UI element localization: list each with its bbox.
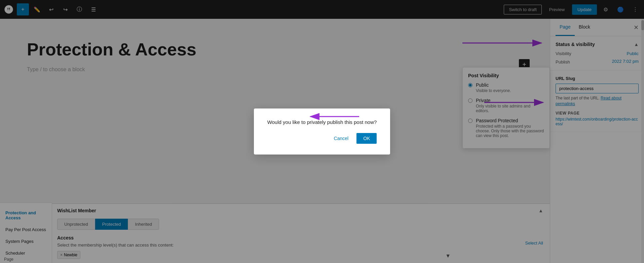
dialog-message: Would you like to privately publish this… — [267, 119, 377, 125]
dialog-box: Would you like to privately publish this… — [254, 108, 390, 155]
dialog-ok-button[interactable]: OK — [356, 133, 377, 144]
dialog-cancel-button[interactable]: Cancel — [330, 133, 353, 144]
dialog-actions: Cancel OK — [267, 133, 377, 144]
dialog-overlay: Would you like to privately publish this… — [0, 0, 644, 263]
